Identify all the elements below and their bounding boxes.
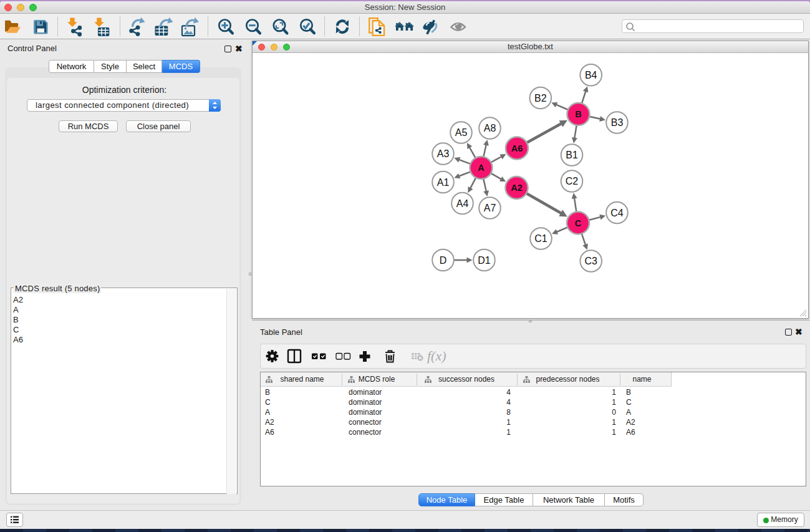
svg-text:C4: C4: [610, 208, 624, 218]
svg-text:A5: A5: [455, 127, 468, 138]
svg-text:B: B: [575, 109, 581, 119]
svg-text:A1: A1: [437, 177, 450, 188]
svg-text:B4: B4: [585, 70, 597, 80]
svg-text:C1: C1: [534, 233, 547, 244]
svg-text:A: A: [478, 163, 485, 173]
svg-text:B1: B1: [566, 150, 578, 160]
svg-text:B3: B3: [611, 117, 624, 128]
svg-text:C3: C3: [584, 256, 597, 266]
svg-text:A3: A3: [437, 148, 450, 159]
svg-text:f(x): f(x): [427, 348, 446, 364]
svg-text:A6: A6: [511, 143, 523, 153]
svg-text:A4: A4: [456, 198, 469, 209]
svg-text:A8: A8: [484, 123, 496, 133]
svg-text:D1: D1: [478, 255, 491, 266]
svg-text:A2: A2: [511, 183, 523, 193]
svg-text:C: C: [575, 218, 582, 228]
svg-text:C2: C2: [566, 176, 579, 186]
svg-text:B2: B2: [534, 93, 547, 104]
svg-text:D: D: [440, 255, 447, 266]
svg-text:A7: A7: [484, 203, 496, 213]
